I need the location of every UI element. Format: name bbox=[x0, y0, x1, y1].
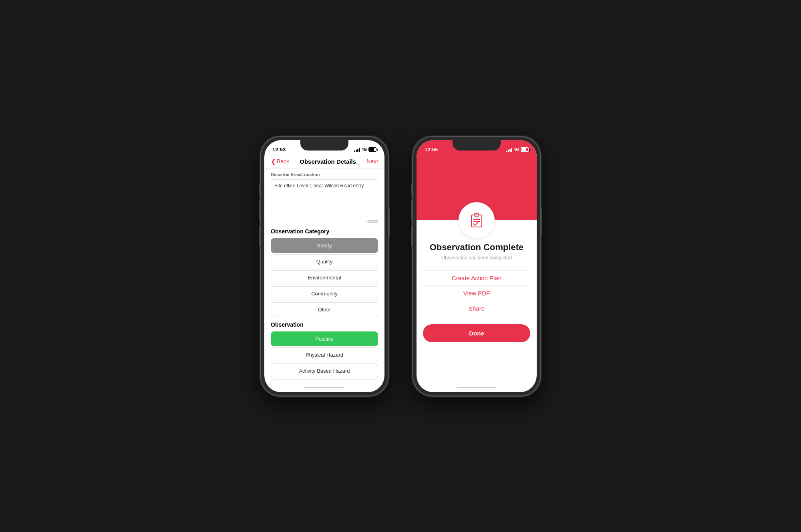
divider-4 bbox=[423, 316, 530, 316]
chevron-left-icon: ❮ bbox=[271, 158, 276, 165]
category-option-quality[interactable]: Quality bbox=[271, 254, 378, 269]
status-icons-2: 4G bbox=[506, 147, 529, 152]
power-button[interactable] bbox=[388, 208, 390, 236]
clipboard-circle bbox=[459, 202, 495, 238]
completion-subtitle: Observation has been completed bbox=[441, 255, 512, 261]
back-label: Back bbox=[277, 158, 289, 165]
battery-icon-2 bbox=[521, 147, 529, 152]
signal-icon-1 bbox=[354, 148, 360, 152]
notch-2 bbox=[453, 140, 501, 151]
home-indicator-bar-1 bbox=[264, 383, 384, 392]
completion-body: Observation Complete Observation has bee… bbox=[417, 220, 537, 383]
battery-icon-1 bbox=[368, 147, 376, 152]
phone-2-screen: 12:55 4G bbox=[417, 140, 537, 392]
volume-down-button[interactable] bbox=[259, 226, 260, 246]
volume-down-button-2[interactable] bbox=[411, 226, 413, 246]
mute-button-2[interactable] bbox=[411, 184, 413, 195]
phone-2: 12:55 4G bbox=[413, 136, 541, 396]
next-button[interactable]: Next bbox=[366, 158, 378, 165]
category-option-safety[interactable]: Safety bbox=[271, 238, 378, 253]
phone-1: 12:53 4G ❮ Back Observation Details Next bbox=[260, 136, 388, 396]
home-indicator-bar-2 bbox=[417, 383, 537, 392]
category-option-environmental[interactable]: Environmental bbox=[271, 270, 378, 285]
time-display-2: 12:55 bbox=[425, 147, 438, 153]
category-option-other[interactable]: Other bbox=[271, 302, 378, 317]
mute-button[interactable] bbox=[259, 184, 260, 195]
location-textarea[interactable]: Site office Level 1 near Wilson Road ent… bbox=[271, 179, 378, 215]
signal-icon-2 bbox=[506, 148, 512, 152]
done-button[interactable]: Done bbox=[423, 324, 530, 342]
clipboard-icon bbox=[467, 211, 486, 229]
category-section-title: Observation Category bbox=[264, 225, 384, 237]
category-option-community[interactable]: Community bbox=[271, 286, 378, 301]
power-button-2[interactable] bbox=[541, 208, 542, 236]
network-type-1: 4G bbox=[362, 147, 367, 152]
volume-up-button-2[interactable] bbox=[411, 200, 413, 220]
home-indicator-2 bbox=[457, 387, 497, 388]
char-count: 42/500 bbox=[264, 219, 384, 225]
battery-fill-2 bbox=[521, 148, 526, 151]
content-scroll-1[interactable]: Describe Area/Location Site office Level… bbox=[264, 169, 384, 383]
page-title-1: Observation Details bbox=[300, 158, 356, 165]
phone-1-screen: 12:53 4G ❮ Back Observation Details Next bbox=[264, 140, 384, 392]
completion-title: Observation Complete bbox=[430, 242, 524, 253]
status-icons-1: 4G bbox=[354, 147, 376, 152]
time-display-1: 12:53 bbox=[272, 147, 286, 153]
view-pdf-link[interactable]: View PDF bbox=[417, 286, 537, 301]
observation-section-title: Observation bbox=[264, 318, 384, 330]
back-button[interactable]: ❮ Back bbox=[271, 158, 289, 165]
observation-option-activity-hazard[interactable]: Activity Based Hazard bbox=[271, 363, 378, 378]
network-type-2: 4G bbox=[514, 147, 519, 152]
observation-option-improvement[interactable]: Improvement Suggestion bbox=[271, 379, 378, 383]
observation-option-positive[interactable]: Positive bbox=[271, 331, 378, 346]
home-indicator-1 bbox=[304, 387, 344, 388]
notch bbox=[300, 140, 348, 151]
volume-up-button[interactable] bbox=[259, 200, 260, 220]
share-link[interactable]: Share bbox=[417, 301, 537, 316]
observation-option-physical-hazard[interactable]: Physical Hazard bbox=[271, 347, 378, 362]
create-action-plan-link[interactable]: Create Action Plan bbox=[417, 271, 537, 285]
location-section-label: Describe Area/Location bbox=[264, 169, 384, 178]
battery-fill-1 bbox=[369, 148, 374, 151]
nav-bar-1: ❮ Back Observation Details Next bbox=[264, 156, 384, 169]
